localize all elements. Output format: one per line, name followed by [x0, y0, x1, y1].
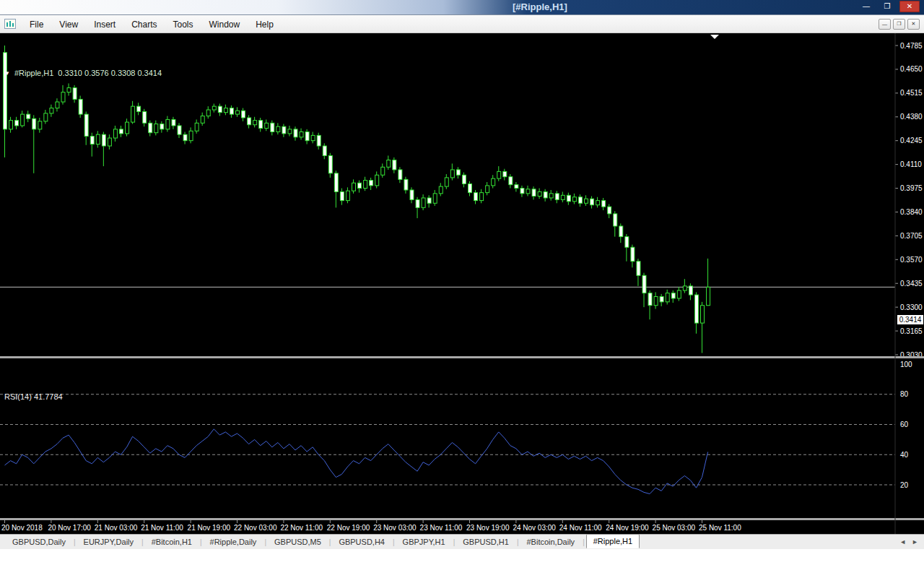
minimize-button[interactable]: —: [858, 1, 875, 12]
tab-separator: |: [393, 538, 395, 546]
tab-separator: |: [517, 538, 519, 546]
window-title: [#Ripple,H1]: [513, 1, 567, 12]
chart-tab-gbpusdh1[interactable]: GBPUSD,H1: [456, 535, 515, 548]
chart-tab-bitcoinh1[interactable]: #Bitcoin,H1: [145, 535, 199, 548]
pane-separator: [0, 518, 924, 520]
chart-tab-gbpusdm5[interactable]: GBPUSD,M5: [268, 535, 328, 548]
svg-text:40: 40: [900, 451, 909, 459]
tab-scroll-controls: ◄ ►: [899, 538, 918, 545]
maximize-button[interactable]: ❐: [879, 1, 896, 12]
svg-text:0.4245: 0.4245: [900, 137, 923, 144]
svg-text:0.3975: 0.3975: [900, 184, 923, 192]
time-axis: 20 Nov 201820 Nov 17:0021 Nov 03:0021 No…: [1, 520, 741, 532]
svg-text:0.4110: 0.4110: [900, 160, 922, 168]
restore-icon: ❐: [884, 3, 891, 10]
mdi-restore-button[interactable]: ❐: [893, 19, 905, 30]
svg-text:21 Nov 11:00: 21 Nov 11:00: [141, 524, 183, 532]
svg-text:100: 100: [900, 361, 912, 368]
svg-text:24 Nov 19:00: 24 Nov 19:00: [606, 524, 649, 532]
svg-text:60: 60: [900, 420, 909, 428]
svg-text:24 Nov 11:00: 24 Nov 11:00: [559, 524, 602, 532]
mdi-close-button[interactable]: ✕: [907, 19, 920, 30]
svg-text:21 Nov 19:00: 21 Nov 19:00: [188, 524, 231, 532]
menu-item-insert[interactable]: Insert: [86, 17, 123, 33]
tab-items: GBPUSD,Daily|EURJPY,Daily|#Bitcoin,H1|#R…: [6, 535, 640, 549]
svg-text:0.3705: 0.3705: [900, 232, 923, 240]
svg-text:0.4515: 0.4515: [900, 89, 923, 97]
chart-tab-gbpusdh4[interactable]: GBPUSD,H4: [332, 535, 391, 548]
menu-item-view[interactable]: View: [51, 17, 86, 33]
menu-item-charts[interactable]: Charts: [123, 17, 165, 33]
chart-tab-rippleh1[interactable]: #Ripple,H1: [586, 534, 640, 548]
svg-text:22 Nov 11:00: 22 Nov 11:00: [280, 524, 323, 532]
svg-text:21 Nov 03:00: 21 Nov 03:00: [95, 524, 138, 532]
menu-item-tools[interactable]: Tools: [165, 17, 201, 33]
chart-tab-rippledaily[interactable]: #Ripple,Daily: [204, 535, 263, 548]
close-icon: ✕: [907, 3, 912, 10]
mdi-window-controls: — ❐ ✕: [879, 19, 920, 30]
menu-item-file[interactable]: File: [22, 17, 51, 33]
tab-separator: |: [264, 538, 266, 546]
svg-text:0.3300: 0.3300: [900, 303, 923, 311]
application-window: [#Ripple,H1] — ❐ ✕ FileViewInsertChartsT…: [0, 0, 924, 578]
tab-scroll-left-button[interactable]: ◄: [899, 538, 906, 545]
svg-text:0.3570: 0.3570: [900, 256, 923, 264]
chart-region: 0.47850.46500.45150.43800.42450.41100.39…: [0, 33, 924, 534]
minimize-icon: —: [863, 3, 870, 10]
candles-group: [4, 46, 710, 353]
pane-separator[interactable]: [0, 356, 924, 358]
tab-separator: |: [74, 538, 76, 546]
svg-text:20: 20: [900, 481, 909, 489]
svg-text:20 Nov 2018: 20 Nov 2018: [1, 524, 43, 532]
tab-separator: |: [329, 538, 331, 546]
menu-bar: FileViewInsertChartsToolsWindowHelp — ❐ …: [0, 15, 924, 33]
svg-text:24 Nov 03:00: 24 Nov 03:00: [513, 524, 556, 532]
chart-tab-gbpusddaily[interactable]: GBPUSD,Daily: [6, 535, 72, 548]
menu-item-window[interactable]: Window: [201, 17, 248, 33]
chart-tab-bar: GBPUSD,Daily|EURJPY,Daily|#Bitcoin,H1|#R…: [0, 534, 924, 549]
price-shift-marker-icon: [710, 35, 719, 39]
svg-text:20 Nov 17:00: 20 Nov 17:00: [48, 524, 91, 532]
svg-text:23 Nov 11:00: 23 Nov 11:00: [420, 524, 463, 532]
tab-separator: |: [141, 538, 144, 546]
tab-separator: |: [453, 538, 456, 546]
svg-text:0.4650: 0.4650: [900, 65, 923, 73]
mdi-restore-icon: ❐: [897, 21, 901, 27]
tab-separator: |: [200, 538, 202, 546]
svg-text:80: 80: [900, 390, 909, 398]
mdi-close-icon: ✕: [912, 21, 916, 27]
tab-separator: |: [583, 538, 585, 546]
svg-text:0.3840: 0.3840: [900, 208, 923, 216]
rsi-axis: 10080604020: [0, 361, 912, 489]
svg-text:23 Nov 19:00: 23 Nov 19:00: [466, 524, 510, 532]
mdi-minimize-icon: —: [882, 22, 887, 27]
svg-text:0.3435: 0.3435: [900, 280, 923, 288]
bottom-strip: [0, 549, 924, 578]
price-axis: 0.47850.46500.45150.43800.42450.41100.39…: [895, 42, 923, 359]
svg-text:0.3165: 0.3165: [900, 327, 923, 335]
chart-app-icon: [4, 19, 16, 29]
chart-tab-gbpjpyh1[interactable]: GBPJPY,H1: [396, 535, 452, 548]
title-bar: [#Ripple,H1] — ❐ ✕: [0, 0, 924, 15]
menu-items: FileViewInsertChartsToolsWindowHelp: [22, 17, 282, 30]
svg-text:22 Nov 03:00: 22 Nov 03:00: [234, 524, 277, 532]
svg-text:0.4380: 0.4380: [900, 113, 923, 121]
svg-text:22 Nov 19:00: 22 Nov 19:00: [327, 524, 370, 532]
mdi-minimize-button[interactable]: —: [879, 19, 891, 30]
menu-item-help[interactable]: Help: [248, 17, 282, 33]
svg-text:0.4785: 0.4785: [900, 42, 923, 50]
price-chart-canvas[interactable]: 0.47850.46500.45150.43800.42450.41100.39…: [0, 33, 924, 534]
svg-text:23 Nov 03:00: 23 Nov 03:00: [373, 524, 417, 532]
chart-tab-bitcoindaily[interactable]: #Bitcoin,Daily: [520, 535, 581, 548]
svg-text:25 Nov 03:00: 25 Nov 03:00: [653, 524, 696, 532]
tab-scroll-right-button[interactable]: ►: [912, 538, 918, 545]
close-button[interactable]: ✕: [899, 1, 920, 12]
svg-text:25 Nov 11:00: 25 Nov 11:00: [699, 524, 741, 532]
window-controls: — ❐ ✕: [858, 1, 920, 12]
chart-tab-eurjpydaily[interactable]: EURJPY,Daily: [77, 535, 141, 548]
rsi-line: [5, 429, 708, 494]
